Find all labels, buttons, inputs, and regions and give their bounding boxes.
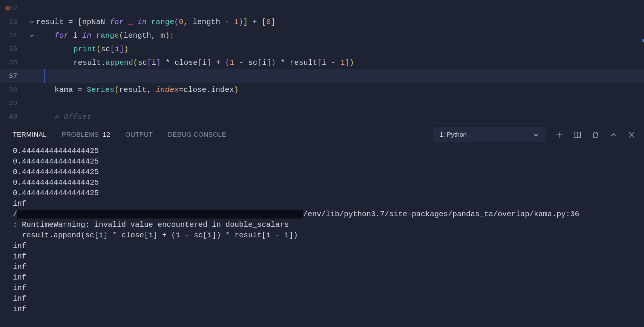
- tab-label: PROBLEMS: [62, 131, 99, 139]
- terminal-line: inf: [13, 199, 631, 209]
- maximize-panel-button[interactable]: [609, 130, 618, 140]
- terminal-line: 0.44444444444444425: [13, 188, 631, 199]
- terminal-line: result.append(sc[i] * close[i] + (1 - sc…: [13, 230, 631, 241]
- line-number: 39: [0, 99, 27, 107]
- tab-terminal[interactable]: TERMINAL: [13, 126, 47, 144]
- line-number: 36: [0, 58, 27, 67]
- terminal-line: 0.44444444444444425: [13, 177, 631, 188]
- terminal-line: 0.44444444444444425: [13, 156, 631, 167]
- breakpoint-indicator[interactable]: [5, 6, 10, 11]
- code-line[interactable]: 35 print(sc[i]): [0, 42, 644, 56]
- line-number: 37: [0, 72, 27, 80]
- terminal-line: inf: [13, 241, 631, 251]
- code-line[interactable]: 36 result.append(sc[i] * close[i] + (1 -…: [0, 56, 644, 69]
- code-line[interactable]: 38 kama = Series(result, index=close.ind…: [0, 83, 644, 96]
- close-panel-button[interactable]: [627, 130, 636, 140]
- terminal-line: 0.44444444444444425: [13, 146, 631, 156]
- tab-problems[interactable]: PROBLEMS 12: [62, 126, 110, 144]
- code-line[interactable]: 40 # Offset: [0, 110, 644, 124]
- terminal-selector[interactable]: 1: Python: [433, 127, 546, 142]
- terminal-line: inf: [13, 304, 631, 315]
- chevron-down-icon: [533, 132, 539, 138]
- panel-tab-bar: TERMINAL PROBLEMS 12 OUTPUT DEBUG CONSOL…: [0, 124, 644, 146]
- terminal-line: 0.44444444444444425: [13, 167, 631, 177]
- chevron-up-icon: [609, 131, 618, 139]
- line-number: 32: [0, 4, 27, 12]
- kill-terminal-button[interactable]: [590, 130, 600, 140]
- trash-icon: [591, 131, 600, 139]
- redacted-path: [17, 210, 303, 219]
- split-terminal-button[interactable]: [572, 130, 582, 140]
- terminal-line: inf: [13, 293, 631, 304]
- tab-output[interactable]: OUTPUT: [125, 126, 153, 144]
- terminal-line: inf: [13, 251, 631, 262]
- fold-toggle[interactable]: [27, 19, 36, 25]
- line-number: 35: [0, 45, 27, 53]
- tab-label: TERMINAL: [13, 131, 47, 139]
- line-number: 38: [0, 86, 27, 94]
- line-number: 33: [0, 18, 27, 26]
- terminal-line: //env/lib/python3.7/site-packages/pandas…: [13, 209, 631, 220]
- chevron-down-icon: [29, 19, 35, 25]
- plus-icon: [555, 131, 563, 139]
- bottom-panel: TERMINAL PROBLEMS 12 OUTPUT DEBUG CONSOL…: [0, 124, 644, 327]
- code-line[interactable]: 32: [0, 2, 644, 15]
- code-line-current[interactable]: 37: [0, 69, 644, 83]
- terminal-line: inf: [13, 262, 631, 272]
- fold-toggle[interactable]: [27, 32, 36, 38]
- split-icon: [573, 131, 581, 139]
- terminal-line: : RuntimeWarning: invalid value encounte…: [13, 220, 631, 230]
- code-line[interactable]: 39: [0, 96, 644, 110]
- code-line[interactable]: 34 for i in range(length, m):: [0, 29, 644, 42]
- terminal-selector-label: 1: Python: [440, 131, 467, 139]
- terminal-line: inf: [13, 283, 631, 293]
- tab-label: DEBUG CONSOLE: [168, 131, 226, 139]
- code-line[interactable]: 33 result = [npNaN for _ in range(0, len…: [0, 15, 644, 29]
- line-number: 34: [0, 31, 27, 40]
- close-icon: [627, 131, 636, 139]
- code-editor[interactable]: 32 33 result = [npNaN for _ in range(0, …: [0, 0, 644, 124]
- terminal-line: inf: [13, 272, 631, 283]
- problems-count-badge: 12: [103, 131, 110, 139]
- terminal-output[interactable]: 0.44444444444444425 0.44444444444444425 …: [0, 146, 644, 327]
- tab-debug-console[interactable]: DEBUG CONSOLE: [168, 126, 226, 144]
- line-number: 40: [0, 113, 27, 121]
- chevron-down-icon: [29, 32, 35, 38]
- new-terminal-button[interactable]: [554, 130, 564, 140]
- tab-label: OUTPUT: [125, 131, 153, 139]
